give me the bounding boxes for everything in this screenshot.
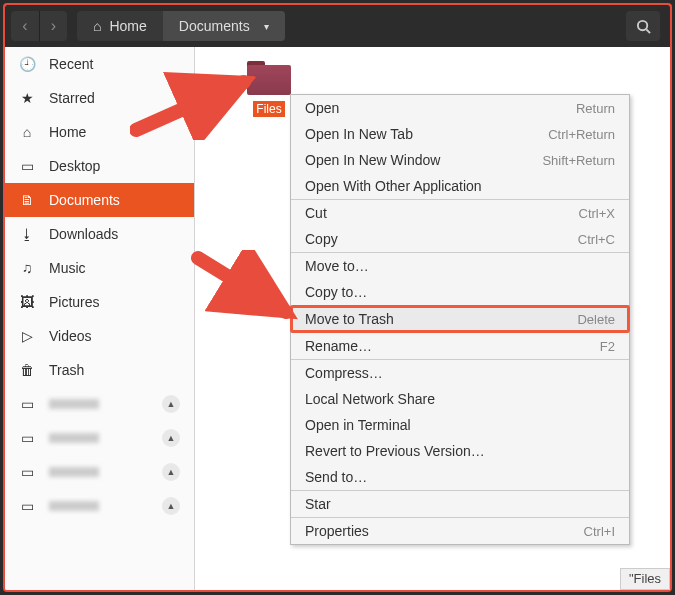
menu-item-label: Move to… — [305, 258, 369, 274]
sidebar-item-label: Music — [49, 260, 86, 276]
statusbar: "Files — [620, 568, 670, 590]
menu-item-shortcut: Ctrl+Return — [548, 127, 615, 142]
chevron-left-icon: ‹ — [22, 17, 27, 35]
desktop-icon: ▭ — [19, 158, 35, 174]
sidebar-item-downloads[interactable]: ⭳Downloads — [5, 217, 194, 251]
menu-item-open-in-new-tab[interactable]: Open In New TabCtrl+Return — [291, 121, 629, 147]
menu-item-open[interactable]: OpenReturn — [291, 95, 629, 121]
sidebar-item-pictures[interactable]: 🖼Pictures — [5, 285, 194, 319]
menu-item-local-network-share[interactable]: Local Network Share — [291, 386, 629, 412]
menu-item-shortcut: Shift+Return — [542, 153, 615, 168]
svg-line-1 — [646, 29, 650, 33]
disk-icon: ▭ — [19, 430, 35, 446]
menu-item-copy-to[interactable]: Copy to… — [291, 279, 629, 305]
menu-item-label: Send to… — [305, 469, 367, 485]
folder-icon — [247, 59, 291, 95]
breadcrumb-label: Documents — [179, 18, 250, 34]
sidebar-item-desktop[interactable]: ▭Desktop — [5, 149, 194, 183]
sidebar-item-label — [49, 399, 99, 409]
eject-icon[interactable]: ▲ — [162, 497, 180, 515]
menu-item-open-in-new-window[interactable]: Open In New WindowShift+Return — [291, 147, 629, 173]
eject-icon[interactable]: ▲ — [162, 463, 180, 481]
folder-item[interactable]: Files — [245, 59, 293, 117]
sidebar-item-label — [49, 467, 99, 477]
menu-item-label: Open — [305, 100, 339, 116]
sidebar-item-label: Documents — [49, 192, 120, 208]
chevron-right-icon: › — [51, 17, 56, 35]
menu-item-open-in-terminal[interactable]: Open in Terminal — [291, 412, 629, 438]
starred-icon: ★ — [19, 90, 35, 106]
sidebar-item-label — [49, 433, 99, 443]
menu-item-send-to[interactable]: Send to… — [291, 464, 629, 490]
menu-item-open-with-other-application[interactable]: Open With Other Application — [291, 173, 629, 199]
music-icon: ♫ — [19, 260, 35, 276]
breadcrumb: ⌂ Home Documents ▾ — [77, 11, 285, 41]
sidebar-item-label: Home — [49, 124, 86, 140]
sidebar-item-disk[interactable]: ▭▲ — [5, 421, 194, 455]
menu-item-shortcut: Return — [576, 101, 615, 116]
forward-button[interactable]: › — [39, 11, 67, 41]
sidebar-item-disk[interactable]: ▭▲ — [5, 489, 194, 523]
recent-icon: 🕘 — [19, 56, 35, 72]
breadcrumb-home[interactable]: ⌂ Home — [77, 11, 163, 41]
menu-item-label: Open in Terminal — [305, 417, 411, 433]
menu-item-move-to-trash[interactable]: Move to TrashDelete — [291, 306, 629, 332]
sidebar-item-label: Starred — [49, 90, 95, 106]
menu-item-move-to[interactable]: Move to… — [291, 253, 629, 279]
menu-item-label: Compress… — [305, 365, 383, 381]
menu-item-revert-to-previous-version[interactable]: Revert to Previous Version… — [291, 438, 629, 464]
menu-item-shortcut: F2 — [600, 339, 615, 354]
menu-item-label: Copy — [305, 231, 338, 247]
sidebar-item-videos[interactable]: ▷Videos — [5, 319, 194, 353]
menu-item-label: Open With Other Application — [305, 178, 482, 194]
sidebar: 🕘Recent★Starred⌂Home▭Desktop🗎Documents⭳D… — [5, 47, 195, 590]
menu-item-shortcut: Ctrl+C — [578, 232, 615, 247]
sidebar-item-trash[interactable]: 🗑Trash — [5, 353, 194, 387]
menu-item-star[interactable]: Star — [291, 491, 629, 517]
titlebar: ‹ › ⌂ Home Documents ▾ — [5, 5, 670, 47]
sidebar-item-recent[interactable]: 🕘Recent — [5, 47, 194, 81]
menu-item-label: Open In New Window — [305, 152, 440, 168]
videos-icon: ▷ — [19, 328, 35, 344]
home-icon: ⌂ — [93, 18, 101, 34]
menu-item-label: Copy to… — [305, 284, 367, 300]
menu-item-label: Open In New Tab — [305, 126, 413, 142]
documents-icon: 🗎 — [19, 192, 35, 208]
sidebar-item-label: Trash — [49, 362, 84, 378]
eject-icon[interactable]: ▲ — [162, 429, 180, 447]
menu-item-shortcut: Delete — [577, 312, 615, 327]
trash-icon: 🗑 — [19, 362, 35, 378]
sidebar-item-label — [49, 501, 99, 511]
menu-item-shortcut: Ctrl+I — [584, 524, 615, 539]
sidebar-item-label: Videos — [49, 328, 92, 344]
sidebar-item-music[interactable]: ♫Music — [5, 251, 194, 285]
context-menu: OpenReturnOpen In New TabCtrl+ReturnOpen… — [290, 94, 630, 545]
back-button[interactable]: ‹ — [11, 11, 39, 41]
breadcrumb-documents[interactable]: Documents ▾ — [163, 11, 285, 41]
svg-point-0 — [637, 20, 646, 29]
menu-item-cut[interactable]: CutCtrl+X — [291, 200, 629, 226]
menu-item-rename[interactable]: Rename…F2 — [291, 333, 629, 359]
folder-label: Files — [253, 101, 284, 117]
chevron-down-icon: ▾ — [264, 21, 269, 32]
menu-item-label: Revert to Previous Version… — [305, 443, 485, 459]
sidebar-item-documents[interactable]: 🗎Documents — [5, 183, 194, 217]
disk-icon: ▭ — [19, 396, 35, 412]
sidebar-item-label: Pictures — [49, 294, 100, 310]
sidebar-item-disk[interactable]: ▭▲ — [5, 455, 194, 489]
eject-icon[interactable]: ▲ — [162, 395, 180, 413]
disk-icon: ▭ — [19, 464, 35, 480]
sidebar-item-home[interactable]: ⌂Home — [5, 115, 194, 149]
sidebar-item-disk[interactable]: ▭▲ — [5, 387, 194, 421]
sidebar-item-starred[interactable]: ★Starred — [5, 81, 194, 115]
sidebar-item-label: Desktop — [49, 158, 100, 174]
menu-item-compress[interactable]: Compress… — [291, 360, 629, 386]
search-button[interactable] — [626, 11, 660, 41]
menu-item-copy[interactable]: CopyCtrl+C — [291, 226, 629, 252]
search-icon — [636, 19, 651, 34]
menu-item-properties[interactable]: PropertiesCtrl+I — [291, 518, 629, 544]
menu-item-label: Properties — [305, 523, 369, 539]
sidebar-item-label: Downloads — [49, 226, 118, 242]
pictures-icon: 🖼 — [19, 294, 35, 310]
menu-item-label: Cut — [305, 205, 327, 221]
